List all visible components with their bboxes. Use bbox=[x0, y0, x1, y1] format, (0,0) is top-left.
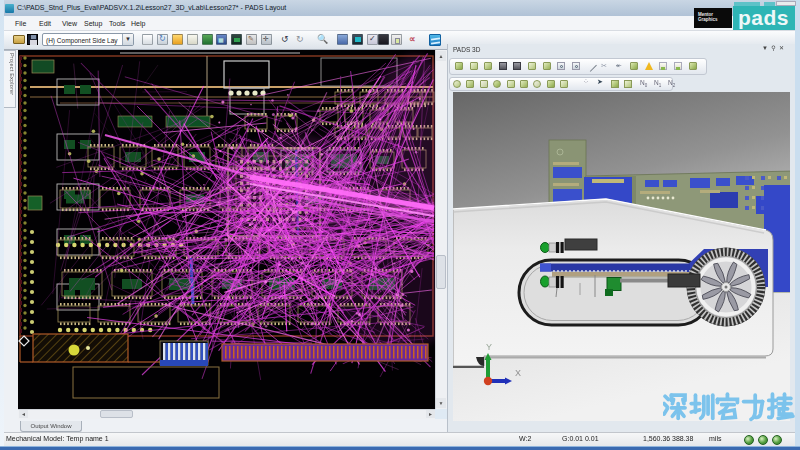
svg-text:X: X bbox=[515, 368, 521, 378]
svg-text:Y: Y bbox=[486, 342, 492, 352]
